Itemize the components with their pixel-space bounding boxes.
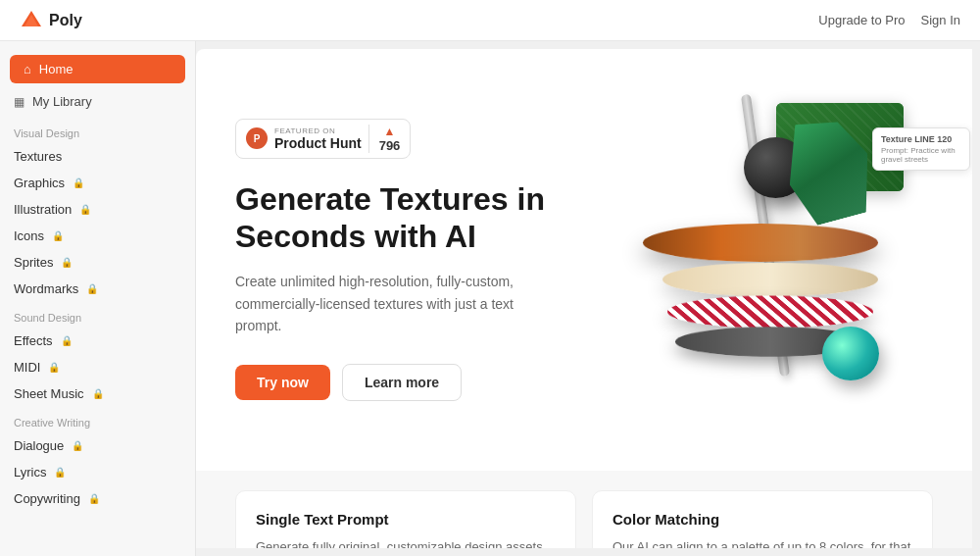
sidebar-item-graphics[interactable]: Graphics 🔒 [0, 170, 195, 196]
sheet-music-label: Sheet Music [14, 386, 84, 401]
checkered-layer [667, 296, 873, 329]
midi-label: MIDI [14, 360, 40, 375]
sidebar-item-wordmarks[interactable]: Wordmarks 🔒 [0, 276, 195, 302]
feature-card-single-text: Single Text Prompt Generate fully origin… [235, 490, 576, 548]
prompt-label: Prompt: [881, 146, 908, 155]
section-label-visual-design: Visual Design [0, 118, 195, 143]
nav-right: Upgrade to Pro Sign In [818, 13, 960, 27]
logo-text: Poly [49, 12, 82, 29]
logo[interactable]: Poly [20, 9, 82, 32]
signin-link[interactable]: Sign In [921, 13, 960, 27]
lock-icon-dialogue: 🔒 [72, 440, 83, 451]
ph-name: Product Hunt [274, 135, 362, 151]
teal-sphere [822, 327, 879, 380]
icons-label: Icons [14, 228, 44, 243]
lock-icon-effects: 🔒 [61, 335, 73, 346]
sidebar-item-my-library[interactable]: ▦ My Library [0, 87, 195, 116]
color-matching-desc: Our AI can align to a palette of up to 8… [612, 537, 912, 548]
sidebar-item-lyrics[interactable]: Lyrics 🔒 [0, 459, 195, 485]
main-layout: ⌂ Home ▦ My Library Visual Design Textur… [0, 41, 980, 556]
hero-content: P FEATURED ON Product Hunt ▲ 796 Generat… [235, 119, 608, 402]
texture-card-title: Texture LINE 120 [881, 134, 961, 144]
upgrade-link[interactable]: Upgrade to Pro [818, 13, 905, 27]
top-navigation: Poly Upgrade to Pro Sign In [0, 0, 980, 41]
learn-more-button[interactable]: Learn more [342, 364, 462, 401]
home-label: Home [39, 62, 74, 76]
sidebar-item-icons[interactable]: Icons 🔒 [0, 223, 195, 249]
sidebar-item-illustration[interactable]: Illustration 🔒 [0, 196, 195, 223]
product-hunt-text: FEATURED ON Product Hunt [274, 126, 362, 151]
lock-icon-graphics: 🔒 [73, 177, 84, 188]
sidebar-item-sheet-music[interactable]: Sheet Music 🔒 [0, 380, 195, 407]
ph-count: 796 [379, 138, 401, 153]
effects-label: Effects [14, 333, 53, 348]
ph-featured-text: FEATURED ON [274, 126, 362, 135]
lock-icon-sprites: 🔒 [61, 257, 73, 268]
ph-arrow-icon: ▲ [384, 125, 396, 138]
lock-icon-illustration: 🔒 [79, 204, 91, 215]
home-icon: ⌂ [24, 62, 31, 76]
section-label-creative-writing: Creative Writing [0, 407, 195, 432]
library-icon: ▦ [14, 95, 24, 109]
hero-description: Create unlimited high-resolution, fully-… [235, 271, 529, 336]
color-matching-title: Color Matching [612, 511, 912, 528]
feature-card-color-matching: Color Matching Our AI can align to a pal… [592, 490, 933, 548]
try-now-button[interactable]: Try now [235, 365, 330, 400]
ph-count-area: ▲ 796 [368, 125, 401, 153]
graphics-label: Graphics [14, 176, 65, 190]
sidebar-item-textures[interactable]: Textures [0, 143, 195, 170]
lock-icon-midi: 🔒 [48, 362, 60, 373]
sprites-label: Sprites [14, 255, 53, 270]
dialogue-label: Dialogue [14, 438, 64, 453]
sidebar-item-copywriting[interactable]: Copywriting 🔒 [0, 485, 195, 512]
lock-icon-lyrics: 🔒 [54, 467, 66, 478]
single-text-title: Single Text Prompt [256, 511, 556, 528]
sidebar-item-sprites[interactable]: Sprites 🔒 [0, 249, 195, 276]
lock-icon-icons: 🔒 [52, 230, 64, 241]
texture-ui-card: Texture LINE 120 Prompt: Practice with g… [872, 127, 970, 171]
copywriting-label: Copywriting [14, 491, 80, 506]
wordmarks-label: Wordmarks [14, 281, 78, 296]
sidebar-item-effects[interactable]: Effects 🔒 [0, 328, 195, 354]
sidebar-item-midi[interactable]: MIDI 🔒 [0, 354, 195, 380]
bottom-section: Single Text Prompt Generate fully origin… [196, 471, 972, 548]
sidebar-item-home[interactable]: ⌂ Home [10, 55, 185, 83]
illustration-label: Illustration [14, 202, 72, 217]
sidebar-item-dialogue[interactable]: Dialogue 🔒 [0, 432, 195, 459]
lock-icon-sheet-music: 🔒 [92, 388, 104, 399]
section-label-sound-design: Sound Design [0, 302, 195, 328]
poly-logo-icon [20, 9, 43, 32]
texture-card-prompt: Prompt: Practice with gravel streets [881, 146, 961, 164]
main-content: P FEATURED ON Product Hunt ▲ 796 Generat… [196, 49, 972, 548]
product-hunt-badge[interactable]: P FEATURED ON Product Hunt ▲ 796 [235, 119, 411, 159]
textures-label: Textures [14, 149, 62, 164]
lock-icon-copywriting: 🔒 [88, 493, 100, 504]
sidebar: ⌂ Home ▦ My Library Visual Design Textur… [0, 41, 196, 556]
lock-icon-wordmarks: 🔒 [86, 283, 98, 294]
hero-section: P FEATURED ON Product Hunt ▲ 796 Generat… [196, 49, 972, 471]
hero-title: Generate Textures in Seconds with AI [235, 180, 608, 256]
wooden-layer [643, 224, 878, 262]
hero-visual: Texture LINE 120 Prompt: Practice with g… [608, 83, 933, 436]
hero-buttons: Try now Learn more [235, 364, 608, 401]
lyrics-label: Lyrics [14, 465, 46, 480]
my-library-label: My Library [32, 94, 92, 109]
single-text-desc: Generate fully original, customizable de… [256, 537, 556, 548]
product-hunt-logo: P [246, 127, 268, 149]
marble-cream-layer [662, 263, 878, 297]
